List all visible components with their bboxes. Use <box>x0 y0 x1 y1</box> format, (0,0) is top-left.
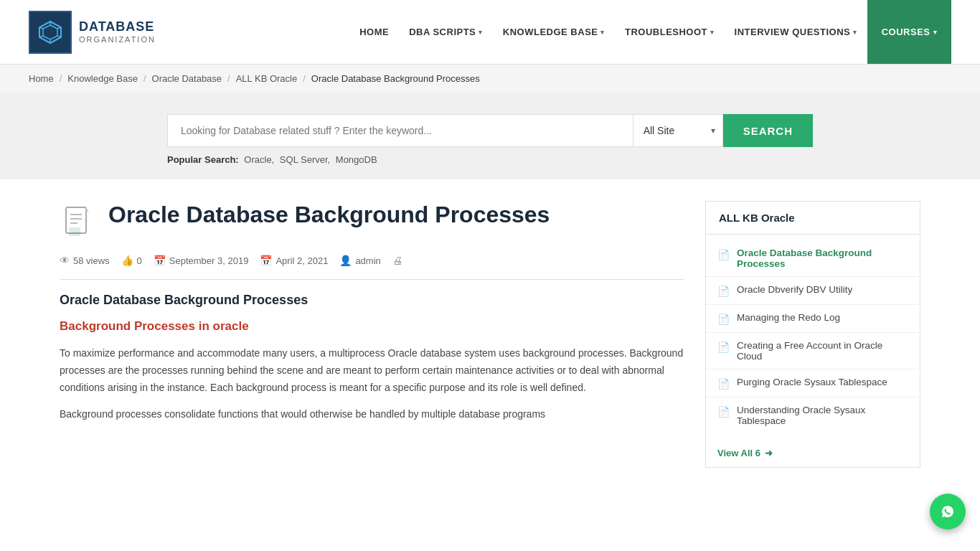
popular-mongodb[interactable]: MongoDB <box>336 154 377 165</box>
article: Oracle Database Background Processes 👁 5… <box>60 201 684 468</box>
arrow-right-icon: ➜ <box>765 448 773 458</box>
breadcrumb-sep: / <box>60 73 62 84</box>
breadcrumb: Home / Knowledge Base / Oracle Database … <box>0 65 980 93</box>
breadcrumb-all-kb-oracle[interactable]: ALL KB Oracle <box>236 73 298 84</box>
search-input[interactable] <box>167 114 633 147</box>
meta-date-updated: 📅 April 2, 2021 <box>260 255 328 266</box>
article-title: Oracle Database Background Processes <box>108 201 550 228</box>
article-subheading: Background Processes in oracle <box>60 319 684 334</box>
sidebar: ALL KB Oracle 📄 Oracle Database Backgrou… <box>705 201 920 468</box>
sidebar-item-5[interactable]: 📄 Understanding Oracle Sysaux Tablespace <box>706 397 920 433</box>
chevron-down-icon: ▾ <box>853 29 857 36</box>
breadcrumb-oracle-database[interactable]: Oracle Database <box>152 73 222 84</box>
popular-oracle[interactable]: Oracle, <box>244 154 274 165</box>
nav-troubleshoot[interactable]: TROUBLESHOOT ▾ <box>615 0 725 64</box>
logo-icon <box>29 11 72 54</box>
sidebar-item-3[interactable]: 📄 Creating a Free Account in Oracle Clou… <box>706 333 920 369</box>
article-icon <box>60 204 95 243</box>
article-paragraph-1: To maximize performance and accommodate … <box>60 345 684 396</box>
chevron-down-icon: ▾ <box>710 29 715 36</box>
user-icon: 👤 <box>339 255 352 266</box>
meta-views: 👁 58 views <box>60 255 110 266</box>
calendar-icon: 📅 <box>154 255 166 266</box>
article-meta: 👁 58 views 👍 0 📅 September 3, 2019 📅 Apr… <box>60 255 684 280</box>
sidebar-item-1[interactable]: 📄 Oracle Dbverify DBV Utility <box>706 277 920 305</box>
nav-knowledge-base[interactable]: KNOWLEDGE BASE ▾ <box>493 0 615 64</box>
document-icon: 📄 <box>717 249 730 260</box>
like-icon: 👍 <box>121 255 133 266</box>
logo-sub-text: ORGANIZATION <box>79 35 156 44</box>
article-paragraph-2: Background processes consolidate functio… <box>60 406 684 423</box>
document-icon: 📄 <box>717 314 730 325</box>
breadcrumb-home[interactable]: Home <box>29 73 54 84</box>
document-icon: 📄 <box>717 378 730 390</box>
logo-main-text: DATABASE <box>79 19 156 35</box>
nav-courses[interactable]: COURSES ▾ <box>867 0 951 64</box>
article-section-title: Oracle Database Background Processes <box>60 293 684 308</box>
search-bar: All Site Oracle SQL Server MongoDB ▾ SEA… <box>167 114 813 147</box>
sidebar-item-0[interactable]: 📄 Oracle Database Background Processes <box>706 240 920 277</box>
chevron-down-icon: ▾ <box>479 29 483 36</box>
breadcrumb-knowledge-base[interactable]: Knowledge Base <box>67 73 138 84</box>
sidebar-header: ALL KB Oracle <box>706 202 920 235</box>
meta-author: 👤 admin <box>339 255 380 266</box>
search-select-wrap: All Site Oracle SQL Server MongoDB ▾ <box>633 114 723 147</box>
article-title-row: Oracle Database Background Processes <box>60 201 684 243</box>
main-nav: HOME DBA SCRIPTS ▾ KNOWLEDGE BASE ▾ TROU… <box>349 0 951 64</box>
popular-search: Popular Search: Oracle, SQL Server, Mong… <box>167 154 813 165</box>
main-content: Oracle Database Background Processes 👁 5… <box>31 201 949 468</box>
meta-print[interactable]: 🖨 <box>392 255 402 266</box>
chevron-down-icon: ▾ <box>600 29 605 36</box>
article-body: Oracle Database Background Processes Bac… <box>60 293 684 423</box>
print-icon: 🖨 <box>392 255 402 266</box>
breadcrumb-current: Oracle Database Background Processes <box>311 73 480 84</box>
popular-sql-server[interactable]: SQL Server, <box>280 154 330 165</box>
svg-marker-1 <box>43 25 57 39</box>
chevron-down-icon: ▾ <box>933 29 938 36</box>
nav-interview-questions[interactable]: INTERVIEW QUESTIONS ▾ <box>725 0 867 64</box>
document-icon: 📄 <box>717 286 730 297</box>
meta-likes: 👍 0 <box>121 255 142 266</box>
nav-dba-scripts[interactable]: DBA SCRIPTS ▾ <box>399 0 493 64</box>
meta-date-created: 📅 September 3, 2019 <box>154 255 249 266</box>
sidebar-item-4[interactable]: 📄 Purging Oracle Sysaux Tablespace <box>706 369 920 397</box>
breadcrumb-sep: / <box>143 73 146 84</box>
svg-rect-12 <box>69 227 80 236</box>
nav-home[interactable]: HOME <box>349 0 399 64</box>
header: DATABASE ORGANIZATION HOME DBA SCRIPTS ▾… <box>0 0 980 65</box>
breadcrumb-sep: / <box>303 73 306 84</box>
sidebar-list: 📄 Oracle Database Background Processes 📄… <box>706 235 920 439</box>
calendar-update-icon: 📅 <box>260 255 272 266</box>
logo[interactable]: DATABASE ORGANIZATION <box>29 11 156 54</box>
sidebar-box: ALL KB Oracle 📄 Oracle Database Backgrou… <box>705 201 920 468</box>
search-select[interactable]: All Site Oracle SQL Server MongoDB <box>633 115 722 146</box>
logo-text: DATABASE ORGANIZATION <box>79 19 156 44</box>
search-button[interactable]: SEARCH <box>723 114 813 147</box>
document-icon: 📄 <box>717 342 730 353</box>
view-all-link[interactable]: View All 6 ➜ <box>706 439 920 467</box>
eye-icon: 👁 <box>60 255 70 266</box>
sidebar-item-2[interactable]: 📄 Managing the Redo Log <box>706 305 920 333</box>
breadcrumb-sep: / <box>227 73 230 84</box>
search-section: All Site Oracle SQL Server MongoDB ▾ SEA… <box>0 93 980 179</box>
document-icon: 📄 <box>717 406 730 418</box>
